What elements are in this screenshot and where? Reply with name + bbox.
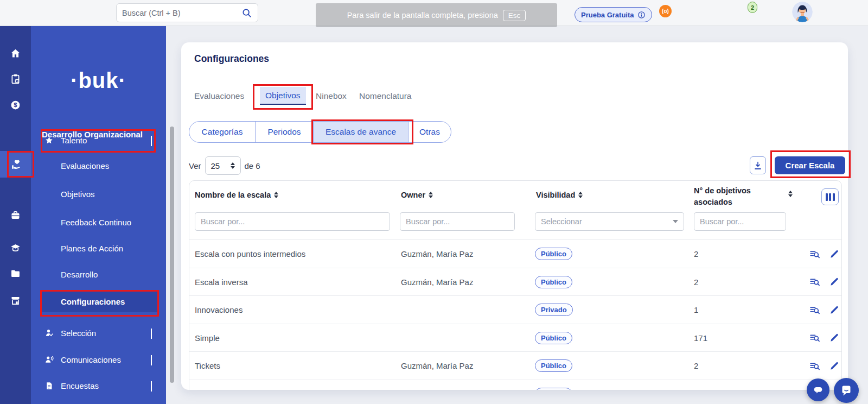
cell-visibility: Público: [535, 240, 572, 268]
sidebar-scrollbar[interactable]: [170, 127, 174, 383]
view-details-icon[interactable]: [808, 275, 822, 289]
visibility-badge: Público: [535, 388, 572, 390]
trial-badge[interactable]: Prueba Gratuita: [575, 7, 652, 22]
search-icon[interactable]: [241, 8, 252, 18]
tab-ninebox[interactable]: Ninebox: [316, 87, 347, 105]
sidebar-item-comunicaciones[interactable]: Comunicaciones: [31, 348, 166, 371]
subtab-escalas-de-avance[interactable]: Escalas de avance: [314, 122, 409, 142]
top-bar: Para salir de la pantalla completa, pres…: [0, 0, 868, 26]
user-avatar[interactable]: [792, 2, 813, 22]
buk-logo: ·buk·: [31, 68, 166, 93]
global-search[interactable]: [116, 3, 258, 22]
subtab-periodos[interactable]: Periodos: [256, 122, 314, 142]
table-row[interactable]: Escala inversa Guzmán, María Paz Público…: [189, 268, 841, 296]
visibility-badge: Público: [535, 276, 572, 288]
chevron-down-icon: [151, 136, 152, 145]
sort-icon[interactable]: [274, 192, 278, 198]
page-size-value: 25: [211, 161, 220, 171]
edit-pencil-icon[interactable]: [827, 331, 841, 345]
sort-icon[interactable]: [578, 192, 583, 198]
document-icon: [44, 381, 56, 390]
page-size-row: Ver 25 de 6: [189, 156, 260, 175]
rail-payroll-icon[interactable]: $: [0, 93, 31, 117]
rail-benefits-icon[interactable]: [0, 203, 31, 227]
notification-badge[interactable]: 2: [748, 2, 757, 13]
edit-pencil-icon[interactable]: [827, 303, 841, 317]
cell-visibility: Público: [535, 380, 572, 390]
sort-icon[interactable]: [429, 192, 433, 198]
table-row[interactable]: Escala con puntos intermedios Guzmán, Ma…: [189, 239, 841, 268]
filter-visibility-select[interactable]: Seleccionar: [535, 212, 684, 231]
visibility-badge: Privado: [535, 304, 573, 316]
filter-name-input[interactable]: [195, 212, 390, 231]
rail-talent-icon[interactable]: [0, 151, 31, 178]
sidebar-item-desarrollo[interactable]: Desarrollo: [61, 270, 98, 279]
download-icon: [753, 161, 763, 171]
view-details-icon[interactable]: [808, 303, 822, 317]
cell-owner: Guzmán, María Paz: [401, 352, 473, 380]
table-row-partial[interactable]: Público: [189, 380, 841, 390]
sidebar-item-encuestas[interactable]: Encuestas: [31, 374, 166, 397]
column-header-count[interactable]: N° de objetivos asociados: [694, 185, 751, 208]
tab-nomenclatura[interactable]: Nomenclatura: [359, 87, 412, 105]
rail-training-icon[interactable]: [0, 236, 31, 260]
messenger-chat-button[interactable]: [834, 378, 859, 403]
person-check-icon: [44, 328, 56, 338]
edit-pencil-icon[interactable]: [827, 359, 841, 373]
cell-count: 1: [694, 296, 698, 324]
table-row[interactable]: Tickets Guzmán, María Paz Público 2: [189, 351, 841, 380]
column-header-count-sort[interactable]: [785, 191, 793, 197]
sidebar-item-objetivos[interactable]: Objetivos: [61, 190, 95, 199]
scales-table: Nombre de la escala Owner Visibilidad N°…: [189, 180, 842, 390]
feedback-chat-button[interactable]: [807, 378, 829, 401]
cell-visibility: Privado: [535, 296, 573, 324]
rail-home-icon[interactable]: [0, 41, 31, 65]
sidebar-item-evaluaciones[interactable]: Evaluaciones: [61, 161, 109, 171]
visibility-badge: Público: [535, 248, 572, 260]
notification-count: 2: [751, 4, 754, 11]
view-details-icon[interactable]: [808, 331, 822, 345]
cell-owner: Guzmán, María Paz: [401, 268, 473, 296]
view-details-icon[interactable]: [808, 359, 822, 373]
sidebar-item-talento[interactable]: Talento: [31, 128, 166, 152]
filter-owner-input[interactable]: [400, 212, 515, 231]
sort-icon[interactable]: [788, 191, 793, 197]
download-button[interactable]: [750, 156, 766, 174]
column-settings-button[interactable]: [821, 188, 839, 205]
column-header-name[interactable]: Nombre de la escala: [195, 191, 278, 199]
subtab-otras[interactable]: Otras: [409, 122, 451, 142]
main-content-card: Configuraciones Evaluaciones Objetivos N…: [181, 42, 848, 390]
column-header-visibility[interactable]: Visibilidad: [536, 191, 583, 199]
subtab-categorias[interactable]: Categorías: [189, 122, 256, 142]
fullscreen-exit-message: Para salir de la pantalla completa, pres…: [347, 11, 498, 20]
filter-count-input[interactable]: [694, 212, 786, 231]
sidebar-item-label: Talento: [61, 136, 87, 145]
chat-smile-icon: [840, 384, 853, 397]
search-input[interactable]: [122, 9, 241, 17]
rail-marketplace-icon[interactable]: [0, 288, 31, 312]
create-scale-button[interactable]: Crear Escala: [775, 156, 845, 174]
edit-pencil-icon[interactable]: [827, 247, 841, 261]
rail-tasks-icon[interactable]: [0, 67, 31, 91]
page-size-select[interactable]: 25: [205, 156, 241, 175]
view-details-icon[interactable]: [808, 247, 822, 261]
chevron-left-icon: [151, 329, 152, 338]
rail-documents-icon[interactable]: [0, 261, 31, 285]
cell-name: Tickets: [195, 352, 220, 380]
assistant-icon[interactable]: (o): [659, 5, 672, 17]
sidebar-item-planes-de-accion[interactable]: Planes de Acción: [61, 244, 123, 253]
table-row[interactable]: Simple Público 171: [189, 324, 841, 352]
sidebar-item-configuraciones[interactable]: Configuraciones: [41, 291, 158, 312]
table-row[interactable]: Innovaciones Privado 1: [189, 295, 841, 324]
edit-pencil-icon[interactable]: [827, 275, 841, 289]
tab-evaluaciones[interactable]: Evaluaciones: [194, 87, 244, 105]
sidebar-item-feedback-continuo[interactable]: Feedback Continuo: [61, 218, 131, 227]
sidebar-item-seleccion[interactable]: Selección: [31, 321, 166, 345]
column-header-owner[interactable]: Owner: [401, 191, 433, 199]
cell-count: 2: [694, 240, 698, 268]
tab-objetivos[interactable]: Objetivos: [260, 87, 306, 105]
cell-name: Innovaciones: [195, 296, 242, 324]
esc-key-label: Esc: [503, 10, 526, 21]
total-label: de 6: [245, 161, 260, 171]
fullscreen-exit-toast: Para salir de la pantalla completa, pres…: [316, 3, 557, 27]
